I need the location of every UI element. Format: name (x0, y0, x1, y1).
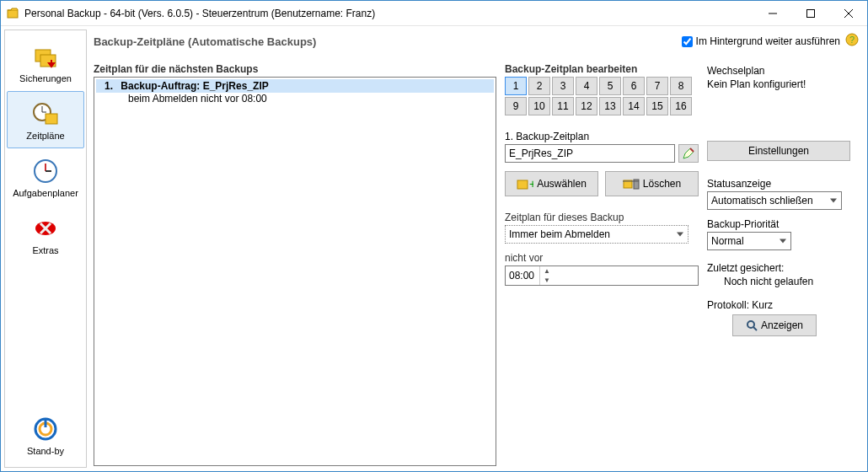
sidebar-item-standby[interactable]: Stand-by (7, 406, 84, 464)
not-before-label: nicht vor (505, 252, 699, 264)
show-log-button[interactable]: Anzeigen (732, 314, 817, 336)
backup-schedule-list[interactable]: 1. Backup-Auftrag: E_PrjRes_ZIP beim Abm… (94, 77, 496, 466)
sidebar-item-zeitplaene[interactable]: Zeitpläne (7, 91, 84, 148)
spinner-up[interactable]: ▲ (540, 266, 554, 276)
sidebar-item-label: Zeitpläne (26, 131, 64, 141)
svg-rect-20 (517, 180, 528, 189)
sidebar-item-aufgabenplaner[interactable]: Aufgabenplaner (7, 148, 84, 206)
not-before-time-spinner[interactable]: ▲ ▼ (505, 266, 699, 286)
slot-button-16[interactable]: 16 (670, 97, 692, 115)
schedule-dropdown[interactable]: Immer beim Abmelden (505, 225, 689, 244)
folders-icon (32, 43, 59, 70)
slot-button-10[interactable]: 10 (528, 97, 550, 115)
edit-schedule-heading: Backup-Zeitplan bearbeiten (505, 63, 699, 75)
background-checkbox-label: Im Hintergrund weiter ausführen (696, 35, 840, 47)
window-title: Personal Backup - 64-bit (Vers. 6.0.5) -… (24, 8, 753, 19)
list-item-detail: beim Abmelden nicht vor 08:00 (96, 93, 494, 105)
plan-name-input[interactable] (505, 144, 675, 163)
slot-button-12[interactable]: 12 (576, 97, 597, 115)
wechselplan-status: Kein Plan konfiguriert! (707, 78, 850, 90)
tools-icon (32, 215, 59, 242)
last-backup-value: Noch nicht gelaufen (707, 276, 850, 287)
slot-button-11[interactable]: 11 (552, 97, 574, 115)
spinner-down[interactable]: ▼ (540, 276, 554, 285)
page-title: Backup-Zeitpläne (Automatische Backups) (94, 35, 316, 48)
trash-icon (623, 177, 640, 190)
schedule-icon (32, 100, 59, 127)
svg-point-25 (747, 321, 754, 328)
magnifier-icon (746, 319, 758, 331)
list-item[interactable]: 1. Backup-Auftrag: E_PrjRes_ZIP (96, 79, 494, 93)
delete-button[interactable]: Löschen (605, 171, 699, 196)
plan-number-label: 1. Backup-Zeitplan (505, 131, 699, 142)
settings-button[interactable]: Einstellungen (707, 141, 850, 161)
slot-button-14[interactable]: 14 (623, 97, 645, 115)
last-backup-heading: Zuletzt gesichert: (707, 262, 850, 274)
clock-icon (32, 158, 59, 185)
priority-heading: Backup-Priorität (707, 218, 850, 230)
background-checkbox[interactable]: Im Hintergrund weiter ausführen (682, 35, 840, 47)
power-icon (32, 416, 59, 442)
slot-button-7[interactable]: 7 (646, 77, 668, 95)
svg-rect-10 (46, 114, 57, 124)
slot-button-8[interactable]: 8 (670, 77, 692, 95)
slot-button-4[interactable]: 4 (576, 77, 597, 95)
titlebar: Personal Backup - 64-bit (Vers. 6.0.5) -… (1, 1, 867, 26)
slot-button-2[interactable]: 2 (528, 77, 550, 95)
slot-button-13[interactable]: 13 (599, 97, 621, 115)
slot-button-15[interactable]: 15 (646, 97, 668, 115)
sidebar-item-extras[interactable]: Extras (7, 206, 84, 263)
rename-button[interactable] (678, 144, 699, 163)
statusanzeige-dropdown[interactable]: Automatisch schließen (707, 191, 842, 210)
close-button[interactable] (829, 1, 867, 25)
add-folder-icon: + (517, 177, 533, 190)
wechselplan-heading: Wechselplan (707, 65, 850, 77)
app-icon (6, 7, 19, 20)
background-checkbox-input[interactable] (682, 36, 693, 47)
priority-dropdown[interactable]: Normal (707, 232, 791, 250)
slot-button-5[interactable]: 5 (599, 77, 621, 95)
next-backups-heading: Zeitplan für die nächsten Backups (94, 63, 496, 75)
sidebar-item-label: Aufgabenplaner (13, 188, 78, 198)
sidebar-item-sicherungen[interactable]: Sicherungen (7, 34, 84, 91)
protocol-heading: Protokoll: Kurz (707, 299, 850, 311)
svg-text:+: + (529, 177, 533, 190)
svg-text:?: ? (849, 35, 855, 45)
minimize-button[interactable] (753, 1, 791, 25)
svg-rect-2 (806, 9, 814, 17)
slot-button-3[interactable]: 3 (552, 77, 574, 95)
slot-button-1[interactable]: 1 (505, 77, 527, 95)
sidebar-item-label: Extras (32, 245, 58, 255)
help-icon[interactable]: ? (845, 33, 859, 50)
not-before-time-input[interactable] (506, 268, 539, 283)
slot-button-6[interactable]: 6 (623, 77, 645, 95)
slot-button-9[interactable]: 9 (505, 97, 527, 115)
slot-grid: 1 2 3 4 5 6 7 8 9 10 11 12 13 14 15 16 (505, 77, 699, 115)
maximize-button[interactable] (791, 1, 829, 25)
svg-line-26 (753, 327, 757, 330)
svg-rect-0 (8, 10, 18, 18)
sidebar: Sicherungen Zeitpläne Aufgabenplaner Ext… (4, 30, 87, 468)
sidebar-item-label: Sicherungen (19, 73, 72, 83)
sidebar-item-label: Stand-by (27, 446, 64, 456)
schedule-label: Zeitplan für dieses Backup (505, 212, 699, 223)
statusanzeige-heading: Statusanzeige (707, 178, 850, 190)
select-button[interactable]: + Auswählen (505, 171, 598, 196)
